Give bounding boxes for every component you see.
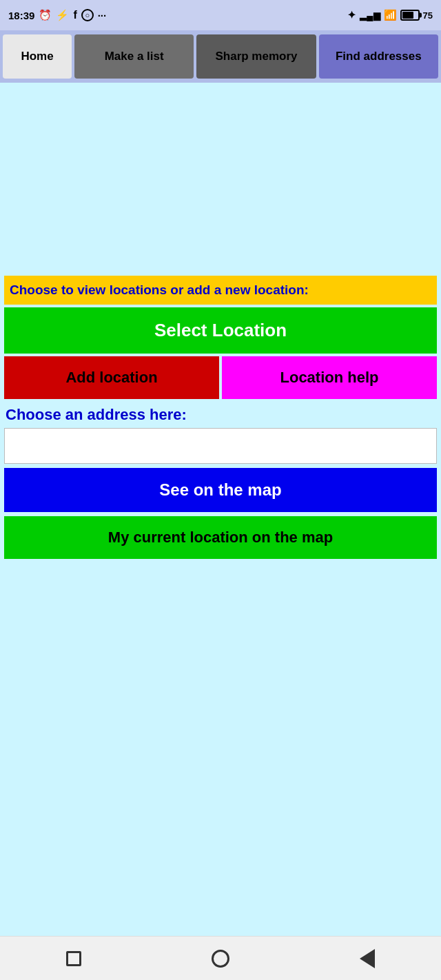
wifi-icon: 📶 — [384, 9, 397, 21]
battery-icon — [400, 10, 420, 21]
select-location-button[interactable]: Select Location — [4, 307, 437, 354]
status-right: ✦ ▂▄▆ 📶 75 — [347, 9, 433, 21]
time: 18:39 — [8, 10, 34, 21]
tab-sharp-memory[interactable]: Sharp memory — [196, 34, 316, 79]
location-help-button[interactable]: Location help — [222, 356, 437, 399]
tab-make-list[interactable]: Make a list — [74, 34, 194, 79]
battery-fill — [402, 12, 414, 19]
map-area — [0, 83, 441, 276]
signal-icon: ▂▄▆ — [360, 10, 380, 21]
nav-tabs: Home Make a list Sharp memory Find addre… — [0, 30, 441, 83]
home-circle-icon[interactable] — [209, 948, 232, 970]
ring-icon: ○ — [81, 9, 94, 21]
two-button-row: Add location Location help — [4, 356, 437, 399]
alarm-icon: ⏰ — [39, 9, 52, 21]
current-location-button[interactable]: My current location on the map — [4, 516, 437, 559]
location-section: Choose to view locations or add a new lo… — [0, 276, 441, 559]
circle-shape — [212, 950, 229, 968]
lightning-icon: ⚡ — [56, 9, 69, 21]
address-input[interactable] — [4, 428, 437, 464]
tab-find-addresses[interactable]: Find addresses — [319, 34, 438, 79]
see-on-map-button[interactable]: See on the map — [4, 468, 437, 512]
back-triangle-icon[interactable] — [356, 948, 378, 970]
add-location-button[interactable]: Add location — [4, 356, 219, 399]
back-square-icon[interactable] — [63, 948, 85, 970]
facebook-icon: f — [73, 9, 76, 21]
bluetooth-icon: ✦ — [347, 9, 356, 21]
triangle-shape — [360, 949, 375, 968]
square-shape — [66, 951, 81, 966]
choose-address-label: Choose an address here: — [4, 406, 437, 424]
tab-home[interactable]: Home — [3, 34, 72, 79]
status-bar: 18:39 ⏰ ⚡ f ○ ··· ✦ ▂▄▆ 📶 75 — [0, 0, 441, 30]
status-left: 18:39 ⏰ ⚡ f ○ ··· — [8, 9, 106, 21]
bottom-filler — [0, 559, 441, 936]
dots-icon: ··· — [98, 10, 107, 21]
battery-percent: 75 — [423, 10, 433, 21]
main-content: Choose to view locations or add a new lo… — [0, 83, 441, 936]
choose-label: Choose to view locations or add a new lo… — [4, 276, 437, 305]
bottom-nav-bar — [0, 936, 441, 980]
